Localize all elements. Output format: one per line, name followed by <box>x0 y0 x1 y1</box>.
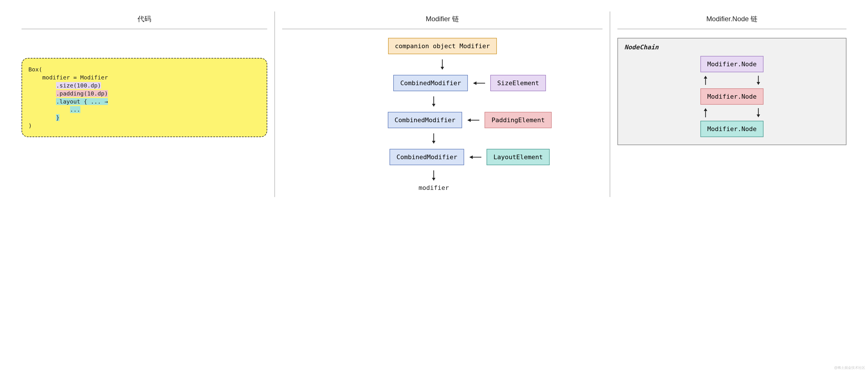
column-node-chain: Modifier.Node 链 NodeChain Modifier.Node … <box>610 11 854 197</box>
code-box: Box( modifier = Modifier .size(100.dp) .… <box>22 58 267 137</box>
svg-marker-11 <box>469 156 473 159</box>
modifier-chain-header: Modifier 链 <box>282 14 602 29</box>
arrow-down-icon <box>431 170 436 181</box>
node-chain-panel: NodeChain Modifier.Node Modifier.Node Mo… <box>617 38 846 145</box>
modifier-chain-diagram: companion object Modifier CombinedModifi… <box>282 38 602 191</box>
svg-marker-19 <box>704 108 707 111</box>
code-line-2: modifier = Modifier <box>28 74 108 81</box>
arrow-down-icon <box>440 59 445 70</box>
column-code: 代码 Box( modifier = Modifier .size(100.dp… <box>14 11 274 197</box>
arrow-up-icon <box>703 76 708 85</box>
code-layout-open: .layout { ... → <box>56 98 108 105</box>
node-layout-element: LayoutElement <box>487 149 550 165</box>
code-padding-call: .padding(10.dp) <box>56 90 108 97</box>
svg-marker-3 <box>473 81 476 85</box>
svg-marker-9 <box>432 141 435 144</box>
column-modifier-chain: Modifier 链 companion object Modifier Com… <box>274 11 610 197</box>
row-combined-padding: CombinedModifier PaddingElement <box>388 112 552 128</box>
code-header: 代码 <box>22 14 267 29</box>
svg-marker-15 <box>704 76 707 78</box>
svg-marker-13 <box>432 178 435 181</box>
double-arrow-2 <box>703 108 761 117</box>
svg-marker-7 <box>467 119 471 122</box>
double-arrow-1 <box>703 76 761 85</box>
node-size-element: SizeElement <box>490 75 546 91</box>
node-padding-element: PaddingElement <box>485 112 551 128</box>
arrow-left-icon <box>469 155 482 160</box>
svg-marker-17 <box>756 82 760 85</box>
node-chain-header: Modifier.Node 链 <box>617 14 846 29</box>
node-combined-3: CombinedModifier <box>390 149 464 165</box>
arrow-up-icon <box>703 108 708 117</box>
node-chain-title: NodeChain <box>624 43 840 51</box>
chain-node-1: Modifier.Node <box>701 56 764 72</box>
diagram-columns: 代码 Box( modifier = Modifier .size(100.dp… <box>14 11 854 197</box>
svg-marker-5 <box>432 104 435 107</box>
node-combined-1: CombinedModifier <box>393 75 468 91</box>
arrow-down-icon <box>431 96 436 107</box>
modifier-end-label: modifier <box>418 184 449 191</box>
svg-marker-1 <box>441 67 444 70</box>
watermark: @稀土掘金技术社区 <box>834 365 865 370</box>
arrow-down-icon <box>431 133 436 144</box>
chain-node-3: Modifier.Node <box>701 121 764 137</box>
chain-node-2: Modifier.Node <box>701 88 764 105</box>
arrow-down-icon <box>756 108 761 117</box>
code-line-1: Box( <box>28 66 42 73</box>
code-layout-close: } <box>56 114 59 121</box>
node-combined-2: CombinedModifier <box>388 112 462 128</box>
code-layout-body: ... <box>70 106 81 113</box>
code-close-paren: ) <box>28 122 32 129</box>
row-combined-size: CombinedModifier SizeElement <box>393 75 546 91</box>
code-size-call: .size(100.dp) <box>56 82 101 89</box>
arrow-left-icon <box>473 81 485 86</box>
svg-marker-21 <box>756 114 760 117</box>
arrow-left-icon <box>467 118 479 123</box>
arrow-down-icon <box>756 76 761 85</box>
row-combined-layout: CombinedModifier LayoutElement <box>390 149 550 165</box>
node-companion-modifier: companion object Modifier <box>388 38 497 54</box>
